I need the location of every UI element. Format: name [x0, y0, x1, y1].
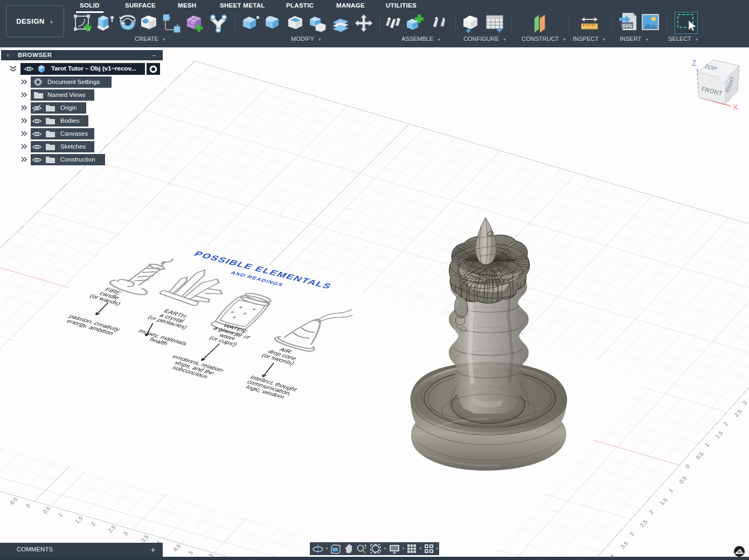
- svg-text:Z: Z: [692, 59, 697, 67]
- svg-text:X: X: [733, 103, 738, 111]
- svg-text:SVG: SVG: [622, 23, 632, 29]
